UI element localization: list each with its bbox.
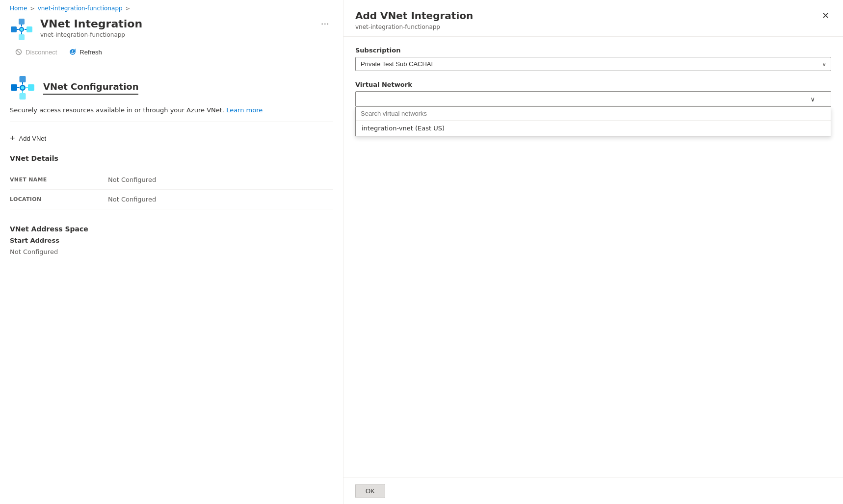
breadcrumb-app[interactable]: vnet-integration-functionapp (38, 5, 123, 12)
page-header: VNet Integration vnet-integration-functi… (0, 14, 343, 41)
table-row: LOCATION Not Configured (10, 190, 333, 209)
disconnect-button[interactable]: Disconnect (10, 46, 62, 58)
breadcrumb-sep1: > (30, 5, 34, 12)
right-panel: Add VNet Integration vnet-integration-fu… (343, 0, 843, 504)
content-area: VNet Configuration Securely access resou… (0, 63, 343, 504)
location-value: Not Configured (108, 196, 156, 203)
location-label: LOCATION (10, 196, 108, 202)
ok-button[interactable]: OK (355, 484, 385, 498)
address-section-title: VNet Address Space (10, 225, 333, 233)
svg-rect-14 (20, 76, 26, 82)
breadcrumb: Home > vnet-integration-functionapp > (0, 0, 343, 14)
breadcrumb-sep2: > (126, 5, 130, 12)
refresh-button[interactable]: Refresh (64, 46, 107, 58)
svg-rect-15 (20, 93, 26, 100)
vnet-integration-icon (10, 18, 33, 41)
description-text: Securely access resources available in o… (10, 106, 333, 122)
add-vnet-button[interactable]: + Add VNet (10, 132, 46, 145)
breadcrumb-home[interactable]: Home (10, 5, 27, 12)
panel-subtitle: vnet-integration-functionapp (355, 24, 831, 30)
panel-header: Add VNet Integration vnet-integration-fu… (343, 0, 843, 37)
virtual-network-dropdown-list: integration-vnet (East US) (355, 107, 831, 136)
svg-rect-1 (26, 26, 32, 32)
add-icon: + (10, 134, 15, 143)
panel-footer: OK (343, 478, 843, 504)
add-vnet-label: Add VNet (19, 135, 47, 142)
search-virtual-networks-input[interactable] (356, 107, 831, 121)
toolbar: Disconnect Refresh (0, 41, 343, 63)
refresh-label: Refresh (79, 49, 102, 56)
disconnect-label: Disconnect (26, 49, 57, 56)
svg-rect-0 (11, 26, 17, 32)
disconnect-icon (15, 48, 23, 56)
refresh-icon (69, 48, 77, 56)
address-sub-title: Start Address (10, 237, 333, 244)
virtual-network-dropdown: ∨ integration-vnet (East US) (355, 91, 831, 107)
panel-title: Add VNet Integration (355, 10, 831, 22)
vnet-config-title: VNet Configuration (43, 81, 138, 95)
svg-rect-2 (19, 19, 25, 25)
subscription-group: Subscription Private Test Sub CACHAI ∨ (355, 47, 831, 71)
subscription-select[interactable]: Private Test Sub CACHAI (355, 57, 831, 71)
learn-more-link[interactable]: Learn more (226, 106, 263, 114)
more-options-button[interactable]: ··· (317, 18, 333, 30)
subscription-select-wrapper: Private Test Sub CACHAI ∨ (355, 57, 831, 71)
virtual-network-trigger[interactable]: ∨ (355, 91, 831, 107)
virtual-network-group: Virtual Network ∨ integration-vnet (East… (355, 81, 831, 107)
left-panel: Home > vnet-integration-functionapp > VN… (0, 0, 343, 504)
svg-rect-3 (19, 34, 25, 40)
panel-body: Subscription Private Test Sub CACHAI ∨ V… (343, 37, 843, 478)
svg-point-21 (21, 86, 25, 90)
page-title-block: VNet Integration vnet-integration-functi… (40, 18, 310, 38)
svg-rect-13 (28, 84, 34, 91)
svg-line-11 (17, 50, 21, 54)
subscription-label: Subscription (355, 47, 831, 54)
page-title: VNet Integration (40, 18, 310, 30)
address-value: Not Configured (10, 248, 333, 255)
close-button[interactable]: ✕ (817, 8, 833, 24)
svg-point-9 (20, 28, 23, 31)
vnet-logo-icon (10, 75, 35, 101)
vnet-name-label: VNet NAME (10, 176, 108, 183)
vnet-name-value: Not Configured (108, 176, 156, 183)
vnet-config-header: VNet Configuration (10, 75, 333, 101)
svg-rect-12 (11, 84, 17, 91)
vnet-chevron-icon: ∨ (810, 96, 815, 103)
network-option-item[interactable]: integration-vnet (East US) (356, 121, 831, 136)
page-subtitle: vnet-integration-functionapp (40, 31, 310, 38)
vnet-details-title: VNet Details (10, 154, 333, 162)
vnet-details-grid: VNet NAME Not Configured LOCATION Not Co… (10, 170, 333, 209)
table-row: VNet NAME Not Configured (10, 170, 333, 190)
virtual-network-label: Virtual Network (355, 81, 831, 88)
